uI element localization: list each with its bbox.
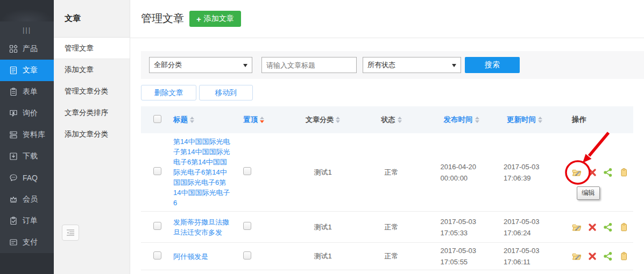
article-title-search-input[interactable] <box>261 57 357 73</box>
articles-table: 标题 置顶 文章分类 状态 发布时间 <box>141 106 633 270</box>
sort-icon[interactable] <box>398 117 402 123</box>
status-select[interactable]: 所有状态 <box>363 57 461 73</box>
select-row-checkbox[interactable] <box>153 251 161 259</box>
sort-icon[interactable] <box>475 117 479 123</box>
app-logo <box>0 0 54 21</box>
sort-icon-active[interactable] <box>260 117 264 123</box>
edit-icon[interactable] <box>572 251 582 261</box>
forms-icon <box>9 88 18 96</box>
table-row: 第14中国国际光电子第14中国国际光电子6第14中国国际光电子6第14中国国际光… <box>141 133 633 212</box>
article-category: 测试1 <box>291 168 355 177</box>
sort-icon[interactable] <box>190 117 194 123</box>
column-header-publish-time[interactable]: 发布时间 <box>444 115 479 125</box>
sidebar-item-label: 下载 <box>23 152 38 161</box>
sidebar-item-downloads[interactable]: 下载 <box>0 146 54 167</box>
main-header: 管理文章 + 添加文章 <box>130 0 644 38</box>
search-button[interactable]: 搜索 <box>465 57 520 73</box>
add-article-label: 添加文章 <box>204 14 234 24</box>
edit-tooltip: 编辑 <box>577 186 600 200</box>
sidebar-item-label: 询价 <box>23 109 38 118</box>
add-article-button[interactable]: + 添加文章 <box>189 11 241 27</box>
delete-icon[interactable] <box>588 168 597 177</box>
select-all-checkbox[interactable] <box>153 115 161 123</box>
delete-icon[interactable] <box>588 251 597 261</box>
select-row-checkbox[interactable] <box>153 167 161 175</box>
sidebar-item-label: 产品 <box>23 44 38 54</box>
sidebar-item-products[interactable]: 产品 <box>0 38 54 60</box>
sidebar-item-label: 表单 <box>23 87 38 97</box>
publish-time: 2016-04-20 00:00:00 <box>441 161 483 184</box>
article-category: 测试1 <box>291 222 355 232</box>
edit-icon[interactable] <box>572 168 582 177</box>
sidebar-item-label: 会员 <box>23 194 38 204</box>
submenu-collapse-button[interactable] <box>62 225 79 241</box>
submenu-item-manage-categories[interactable]: 管理文章分类 <box>54 81 130 102</box>
delete-articles-button[interactable]: 删除文章 <box>141 85 196 100</box>
submenu-item-sort-categories[interactable]: 文章分类排序 <box>54 102 130 124</box>
column-header-actions: 操作 <box>554 115 633 125</box>
sidebar-item-inquiry[interactable]: 询价 <box>0 103 54 124</box>
submenu-item-add-article[interactable]: 添加文章 <box>54 59 130 81</box>
top-checkbox[interactable] <box>243 222 251 230</box>
submenu-item-manage-articles[interactable]: 管理文章 <box>54 38 130 59</box>
column-header-update-time[interactable]: 更新时间 <box>507 115 542 125</box>
payment-icon <box>9 238 18 247</box>
column-header-category[interactable]: 文章分类 <box>306 115 340 125</box>
sidebar-item-members[interactable]: 会员 <box>0 189 54 210</box>
column-header-title[interactable]: 标题 <box>173 115 194 125</box>
products-grid-icon <box>9 45 18 53</box>
sidebar-item-payment[interactable]: 支付 <box>0 232 54 253</box>
sidebar-item-label: FAQ <box>23 174 38 182</box>
select-row-checkbox[interactable] <box>153 222 161 230</box>
page-title: 管理文章 <box>141 11 184 26</box>
primary-sidebar: ||| 产品 文章 表单 <box>0 0 54 274</box>
share-icon[interactable] <box>603 168 613 177</box>
collapse-submenu-icon <box>66 229 75 236</box>
column-header-status[interactable]: 状态 <box>381 115 402 125</box>
table-header-row: 标题 置顶 文章分类 状态 发布时间 <box>141 106 633 133</box>
main-content: 管理文章 + 添加文章 全部分类 所有状态 搜索 删除文章 移动到 <box>130 0 644 274</box>
status-select-value: 所有状态 <box>367 60 395 70</box>
article-category: 测试1 <box>291 251 355 261</box>
chevron-down-icon <box>243 64 247 67</box>
move-to-button[interactable]: 移动到 <box>199 85 253 100</box>
article-status: 正常 <box>355 251 428 261</box>
sidebar-item-orders[interactable]: 订单 <box>0 210 54 232</box>
category-select-value: 全部分类 <box>154 60 182 70</box>
column-header-top[interactable]: 置顶 <box>243 115 264 125</box>
submenu-item-add-category[interactable]: 添加文章分类 <box>54 124 130 145</box>
share-icon[interactable] <box>603 251 613 261</box>
publish-time: 2017-05-03 17:05:33 <box>441 216 483 239</box>
article-title-link[interactable]: 第14中国国际光电子第14中国国际光电子6第14中国国际光电子6第14中国国际光… <box>173 136 233 208</box>
sidebar-item-library[interactable]: 资料库 <box>0 124 54 146</box>
sidebar-footer <box>0 253 54 274</box>
sort-icon[interactable] <box>538 117 542 123</box>
sidebar-collapse-button[interactable]: ||| <box>0 21 54 38</box>
share-icon[interactable] <box>603 222 613 232</box>
edit-icon[interactable] <box>572 222 582 232</box>
delete-icon[interactable] <box>588 222 597 232</box>
sidebar-item-faq[interactable]: FAQ <box>0 167 54 189</box>
copy-icon[interactable] <box>619 168 628 177</box>
article-title-link[interactable]: 发斯蒂芬撒旦法撒旦法迁安市多发 <box>173 217 233 237</box>
category-select[interactable]: 全部分类 <box>149 57 252 73</box>
sidebar-item-label: 支付 <box>23 237 38 247</box>
top-checkbox[interactable] <box>243 167 251 175</box>
article-status: 正常 <box>355 222 428 232</box>
copy-icon[interactable] <box>619 251 628 261</box>
row-actions <box>554 222 633 232</box>
update-time: 2017-05-03 17:06:11 <box>504 245 546 268</box>
inquiry-icon <box>9 109 18 118</box>
top-checkbox[interactable] <box>243 251 251 259</box>
submenu-title: 文章 <box>54 0 130 38</box>
sidebar-item-articles[interactable]: 文章 <box>0 60 54 81</box>
sidebar-item-forms[interactable]: 表单 <box>0 81 54 103</box>
publish-time: 2017-05-03 17:05:55 <box>441 245 483 268</box>
articles-icon <box>9 66 18 75</box>
faq-icon <box>9 174 18 182</box>
sort-icon[interactable] <box>336 117 340 123</box>
article-title-link[interactable]: 阿什顿发是 <box>173 251 233 262</box>
copy-icon[interactable] <box>619 222 628 232</box>
table-row: 阿什顿发是 测试1 正常 2017-05-03 17:05:55 2017-05… <box>141 243 633 270</box>
bulk-actions: 删除文章 移动到 <box>141 85 253 100</box>
